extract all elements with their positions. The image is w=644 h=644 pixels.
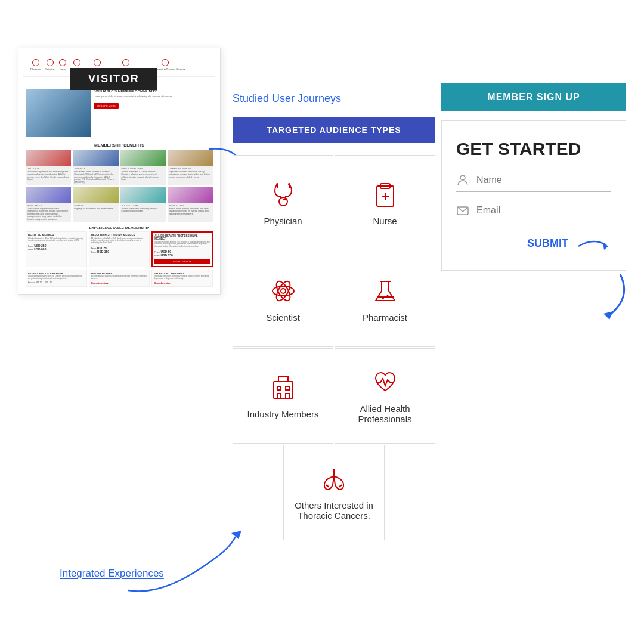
benefit-directory: DIRECTORY ACCESSAccess to the IASLC Onli… xyxy=(120,150,166,185)
mockup-benefits-grid: DISCOUNTSDiscounted registration fees to… xyxy=(23,150,215,185)
mockup-bottom-grid: PATIENT ADVOCATE MEMBER Includes individ… xyxy=(23,267,215,289)
svg-marker-27 xyxy=(603,311,613,320)
nav-scientist: Scientist xyxy=(45,59,54,70)
visitor-badge: VISITOR xyxy=(70,68,157,90)
svg-point-11 xyxy=(273,286,294,296)
stethoscope-icon xyxy=(269,180,298,209)
membership-regular-body: All individuals with a MD or PhD includi… xyxy=(28,238,85,243)
membership-regular: REGULAR MEMBER All individuals with a MD… xyxy=(26,231,87,268)
flask-icon xyxy=(371,277,400,305)
member-signup-button[interactable]: MEMBER SIGN UP xyxy=(441,83,626,111)
membership-allied-price: From: USD 50From: USD 150 xyxy=(154,250,210,257)
submit-row: SUBMIT xyxy=(456,234,611,252)
email-field xyxy=(456,204,611,222)
targeted-audience-btn[interactable]: TARGETED AUDIENCE TYPES xyxy=(233,117,435,143)
membership-developing-price: From: USD 50From: USD 150 xyxy=(91,246,148,253)
nav-nurse: Nurse xyxy=(59,59,66,70)
membership-allied-health: ALLIED HEALTH PROFESSIONAL MEMBER Includ… xyxy=(151,231,213,268)
svg-rect-20 xyxy=(277,386,281,390)
scientist-label: Scientist xyxy=(266,312,300,323)
audience-card-scientist[interactable]: Scientist xyxy=(233,252,333,347)
mockup-hero-body: Lorem ipsum dolor sit amet, consectetur … xyxy=(94,95,213,98)
svg-point-5 xyxy=(288,183,290,185)
lungs-icon xyxy=(320,465,348,493)
audience-grid: Physician Nurse Scientist xyxy=(233,155,435,540)
benefit-journals: JOURNALSFree access to the Journal of Th… xyxy=(73,150,118,185)
person-icon xyxy=(456,174,469,187)
membership-fellow: FELLOW MEMBER Includes fellows, students… xyxy=(89,270,150,287)
svg-rect-18 xyxy=(274,382,293,398)
get-started-box: GET STARTED SUBMIT xyxy=(441,120,626,271)
benefit-cme: ACCESS TO CMEAccess to the free Communit… xyxy=(120,187,166,222)
svg-point-1 xyxy=(279,197,287,206)
patients-caregivers-price: Complimentary xyxy=(154,281,210,284)
benefit-newsletter: NEWSLETTERSAccess to the monthly newslet… xyxy=(168,187,213,222)
membership-regular-price: From: USD 250From: USD 600 xyxy=(28,244,85,251)
svg-point-4 xyxy=(276,183,278,185)
svg-rect-21 xyxy=(286,386,289,390)
mockup-benefits-grid-2: PARTICIPATIONOpportunities to participat… xyxy=(23,187,215,222)
center-panel: Studied User Journeys TARGETED AUDIENCE … xyxy=(233,92,435,540)
membership-developing-body: All individuals with a MD or PhD develop… xyxy=(91,238,148,245)
svg-point-17 xyxy=(386,295,388,296)
right-panel: MEMBER SIGN UP GET STARTED SUBMIT xyxy=(441,83,626,271)
audience-card-pharmacist[interactable]: Pharmacist xyxy=(335,252,435,347)
email-icon xyxy=(456,204,469,217)
audience-card-industry[interactable]: Industry Members xyxy=(233,348,333,444)
industry-label: Industry Members xyxy=(247,409,318,419)
mockup-hero-text: JOIN IASLC'S MEMBER COMMUNITY Lorem ipsu… xyxy=(94,89,213,137)
audience-card-others[interactable]: Others Interested in Thoracic Cancers. xyxy=(283,445,385,540)
mockup-hero-image xyxy=(26,89,91,137)
membership-developing: DEVELOPING COUNTRY MEMBER All individual… xyxy=(89,231,150,268)
name-field xyxy=(456,174,611,192)
benefit-awards: AWARDSEligibility for fellowships and tr… xyxy=(73,187,118,222)
mockup-register-btn: REGISTER NOW xyxy=(154,259,210,264)
fellow-body: Includes fellows, students, residents an… xyxy=(91,275,148,280)
patient-advocate-price: As up to: USD 50 — USD 150 xyxy=(28,281,85,284)
membership-developing-title: DEVELOPING COUNTRY MEMBER xyxy=(91,234,148,237)
mockup-hero: JOIN IASLC'S MEMBER COMMUNITY Lorem ipsu… xyxy=(23,87,215,140)
patients-caregivers-body: Individuals personally affected by thora… xyxy=(154,275,210,280)
svg-point-24 xyxy=(460,175,465,180)
mockup-membership-grid: REGULAR MEMBER All individuals with a MD… xyxy=(23,231,215,268)
membership-patient-advocate: PATIENT ADVOCATE MEMBER Includes individ… xyxy=(26,270,87,287)
membership-allied-body: Includes most non-MD/non-PhD involved in… xyxy=(154,242,210,249)
physician-label: Physician xyxy=(264,216,302,226)
bottom-right-arrow xyxy=(561,268,632,322)
clipboard-icon xyxy=(371,180,400,209)
email-input[interactable] xyxy=(476,205,611,216)
audience-card-allied[interactable]: Allied Health Professionals xyxy=(335,348,435,444)
nav-physician: Physician xyxy=(30,59,41,70)
others-label: Others Interested in Thoracic Cancers. xyxy=(293,500,374,521)
patient-advocate-body: Includes individuals who work for a pati… xyxy=(28,275,85,280)
pharmacist-label: Pharmacist xyxy=(363,312,407,323)
svg-point-16 xyxy=(382,297,384,299)
svg-point-10 xyxy=(281,289,286,293)
integrated-experiences-arrow xyxy=(116,531,247,596)
audience-card-physician[interactable]: Physician xyxy=(233,155,333,250)
benefit-discounts: DISCOUNTSDiscounted registration fees to… xyxy=(26,150,71,185)
mockup-experience-title: EXPERIENCE IASLC MEMBERSHIP xyxy=(23,222,215,231)
svg-marker-28 xyxy=(231,531,242,539)
building-icon xyxy=(269,373,298,402)
membership-regular-title: REGULAR MEMBER xyxy=(28,234,85,237)
benefit-participation: PARTICIPATIONOpportunities to participat… xyxy=(26,187,71,222)
allied-health-label: Allied Health Professionals xyxy=(345,404,425,424)
fellow-price: Complimentary xyxy=(91,281,148,284)
submit-label: SUBMIT xyxy=(527,237,568,250)
name-input[interactable] xyxy=(476,175,611,185)
studied-journeys-label: Studied User Journeys xyxy=(233,92,435,105)
svg-rect-19 xyxy=(278,377,288,382)
membership-patients-caregivers: PATIENTS & CAREGIVERS Individuals person… xyxy=(151,270,213,287)
mockup-benefits-title: MEMBERSHIP BENEFITS xyxy=(23,140,215,150)
submit-arrow-icon xyxy=(575,234,611,252)
atom-icon xyxy=(269,277,298,305)
heartbeat-icon xyxy=(371,368,400,397)
get-started-title: GET STARTED xyxy=(456,139,611,159)
svg-rect-23 xyxy=(286,394,289,398)
svg-rect-22 xyxy=(277,394,281,398)
audience-card-nurse[interactable]: Nurse xyxy=(335,155,435,250)
nurse-label: Nurse xyxy=(373,216,397,226)
mockup-explore-btn: EXPLORE MORE xyxy=(94,103,119,109)
membership-allied-title: ALLIED HEALTH PROFESSIONAL MEMBER xyxy=(154,234,210,240)
